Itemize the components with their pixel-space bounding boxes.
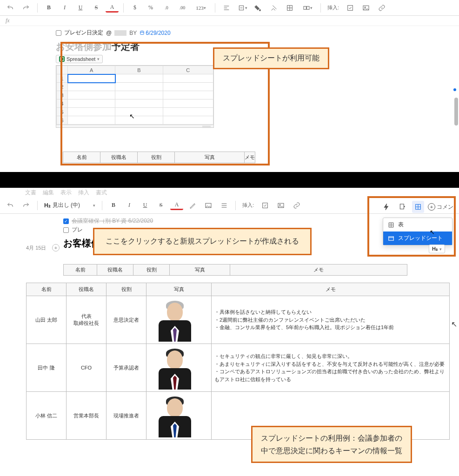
toolbar-1: B I U S A $ % .0 .00 123▾ ▾ ▾ 挿入:: [0, 0, 459, 16]
checkbox-checked[interactable]: ✓: [63, 218, 69, 224]
percent-button[interactable]: %: [144, 2, 157, 13]
callout-usage: スプレッドシートの利用例：会議参加者の中で意思決定に関わるキーマンの情報一覧: [251, 426, 412, 463]
redo-button[interactable]: [20, 200, 33, 211]
insert-link-button[interactable]: [375, 2, 388, 13]
insert-image-button[interactable]: [359, 2, 373, 13]
italic-button[interactable]: I: [58, 2, 71, 13]
callout-click-here: ここをクリックすると新規スプレッドシートが作成される: [93, 228, 312, 255]
table-row: 山田 太郎 代表 取締役社長 意思決定者 ・具体例を話さないと納得してもらえない…: [27, 296, 450, 344]
number-format-button[interactable]: 123▾: [192, 2, 210, 13]
svg-rect-4: [348, 5, 353, 10]
fill-color-button[interactable]: [252, 2, 265, 13]
underline-button[interactable]: U: [139, 200, 152, 211]
panel-bottom: 文書 編集 表示 挿入 書式 H₂ 見出し (中) ▾ B I U S A 挿入…: [0, 188, 459, 476]
collapse-dot[interactable]: [453, 88, 456, 91]
fx-label: fx: [6, 17, 10, 24]
highlight-box-toolbar: [367, 196, 456, 257]
panel-top: B I U S A $ % .0 .00 123▾ ▾ ▾ 挿入: fx プレゼ…: [0, 0, 459, 172]
task-row: プレゼン日決定 @ BY 6/29/2020: [56, 28, 403, 38]
highlight-button[interactable]: [186, 200, 199, 211]
chevron-down-icon: ▾: [204, 6, 206, 10]
checkbox-unchecked[interactable]: [56, 30, 61, 36]
redacted: [114, 30, 126, 36]
paragraph-style-dropdown[interactable]: H₂ 見出し (中) ▾: [42, 200, 97, 211]
clear-format-button[interactable]: [267, 2, 280, 13]
svg-rect-2: [304, 6, 306, 9]
separator: [37, 3, 38, 13]
svg-point-10: [279, 204, 280, 205]
photo-cell: [149, 394, 200, 437]
checkbox-unchecked[interactable]: [63, 227, 69, 233]
svg-point-6: [365, 7, 366, 7]
chevron-down-icon: ▾: [93, 203, 95, 208]
insert-link-button[interactable]: [290, 200, 303, 211]
borders-button[interactable]: [283, 2, 296, 13]
separator: [123, 3, 124, 13]
menu-item[interactable]: 編集: [43, 189, 54, 197]
callout-available: スプレッドシートが利用可能: [213, 47, 329, 69]
strike-button[interactable]: S: [154, 200, 167, 211]
date-badge: 4月 15日: [26, 245, 46, 251]
menu-item[interactable]: 表示: [60, 189, 72, 197]
cursor-icon: ↖: [451, 320, 457, 329]
insert-label: 挿入:: [240, 202, 256, 209]
svg-rect-8: [263, 203, 268, 208]
menu-bar: 文書 編集 表示 挿入 書式: [0, 188, 459, 197]
column-header-row-2: 名前 役職名 役割 写真 メモ: [63, 264, 407, 276]
by-label: BY: [129, 30, 137, 36]
menu-item[interactable]: 挿入: [78, 189, 89, 197]
redo-button[interactable]: [20, 2, 33, 13]
add-block-button[interactable]: +: [52, 244, 60, 251]
bold-button[interactable]: B: [42, 2, 55, 13]
font-color-button[interactable]: A: [170, 201, 183, 210]
photo-cell: [149, 346, 200, 390]
insert-checkbox-button[interactable]: [344, 2, 357, 13]
insert-label: 挿入:: [326, 4, 341, 11]
insert-image-button[interactable]: [202, 200, 215, 211]
font-color-button[interactable]: A: [106, 3, 119, 13]
bold-button[interactable]: B: [107, 200, 120, 211]
increase-decimal-button[interactable]: .00: [176, 2, 189, 13]
undo-button[interactable]: [4, 200, 17, 211]
photo-cell: [149, 298, 200, 342]
task-text: プレゼン日決定: [64, 29, 103, 37]
menu-item[interactable]: 書式: [96, 189, 107, 197]
underline-button[interactable]: U: [74, 2, 87, 13]
align-button[interactable]: [220, 2, 233, 13]
strike-button[interactable]: S: [90, 2, 103, 13]
valign-button[interactable]: ▾: [236, 2, 249, 13]
due-date[interactable]: 6/29/2020: [140, 30, 170, 36]
currency-button[interactable]: $: [128, 2, 141, 13]
mention[interactable]: @: [106, 30, 112, 36]
insert-image-button-2[interactable]: [274, 200, 287, 211]
menu-item[interactable]: 文書: [25, 189, 36, 197]
insert-checkbox-button[interactable]: [259, 200, 272, 211]
svg-rect-3: [306, 6, 309, 9]
undo-button[interactable]: [4, 2, 17, 13]
participants-table: 名前 役職名 役割 写真 メモ 山田 太郎 代表 取締役社長 意思決定者 ・具体…: [26, 283, 450, 440]
italic-button[interactable]: I: [123, 200, 136, 211]
table-row: 田中 隆 CFO 予算承認者 ・セキュリティの観点に非常に厳しく、知見も非常に深…: [27, 344, 450, 392]
decrease-decimal-button[interactable]: .0: [160, 2, 173, 13]
merge-button[interactable]: ▾: [299, 2, 316, 13]
separator: [215, 3, 215, 13]
align-button[interactable]: [218, 200, 231, 211]
formula-bar[interactable]: fx: [0, 16, 459, 26]
separator: [320, 3, 321, 13]
scrollbar-thumb[interactable]: [454, 98, 458, 126]
